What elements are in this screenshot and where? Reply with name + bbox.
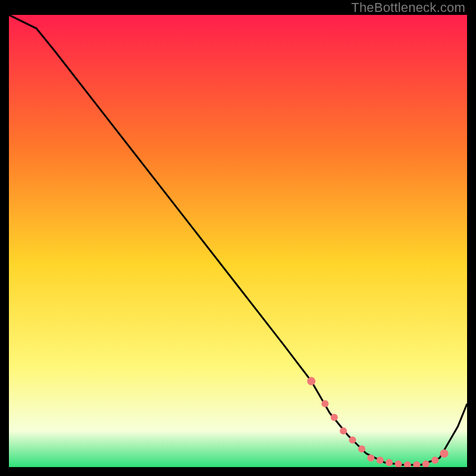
marker-point — [307, 377, 315, 386]
marker-point — [321, 400, 328, 408]
marker-point — [440, 449, 449, 458]
marker-point — [349, 436, 356, 443]
chart-svg — [9, 15, 467, 467]
bottleneck-chart — [9, 15, 467, 467]
marker-point — [386, 459, 393, 466]
marker-point — [331, 414, 338, 421]
gradient-background — [9, 15, 467, 467]
marker-point — [358, 446, 365, 453]
marker-point — [431, 457, 439, 464]
marker-point — [367, 455, 374, 462]
marker-point — [377, 457, 384, 464]
marker-point — [340, 427, 347, 434]
watermark-text: TheBottleneck.com — [351, 0, 465, 15]
